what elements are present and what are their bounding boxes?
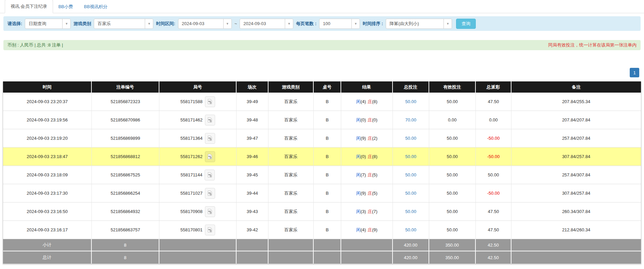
result-player-label: 闲 <box>356 191 361 196</box>
total-bet-link[interactable]: 70.00 <box>405 117 417 122</box>
page-size-select[interactable]: 100 ▼ <box>319 19 360 29</box>
result-player-label: 闲 <box>356 136 361 141</box>
video-replay-button[interactable] <box>205 225 215 235</box>
query-type-value: 日期查询 <box>25 19 62 28</box>
cell-payout: 47.50 <box>476 221 511 239</box>
total-bet-link[interactable]: 50.00 <box>405 99 417 104</box>
total-bet-link[interactable]: 50.00 <box>405 136 417 141</box>
cell-total-bet: 50.00 <box>393 166 429 184</box>
result-player-score: (0) <box>361 154 366 159</box>
result-player-label: 闲 <box>356 154 361 159</box>
chevron-down-icon: ▼ <box>443 19 452 28</box>
cell-result: 闲(0)庄(8) <box>341 148 393 166</box>
video-film-icon <box>207 190 213 196</box>
cell-payout: 47.50 <box>476 93 511 111</box>
subtotal-row: 小计 8 420.00 350.00 42.50 <box>3 239 641 251</box>
summary-empty-cell <box>159 251 237 264</box>
game-type-select[interactable]: 百家乐 ▼ <box>94 19 153 29</box>
table-row: 2024-09-03 23:19:56 521856870986 5581714… <box>3 111 641 129</box>
cell-bet-id: 521856870986 <box>92 111 159 129</box>
cell-table-no: B <box>314 203 341 221</box>
total-bet-link[interactable]: 50.00 <box>405 209 417 214</box>
cell-payout: 0.00 <box>476 111 511 129</box>
result-banker-score: (8) <box>372 154 378 159</box>
cell-time: 2024-09-03 23:20:37 <box>3 93 92 111</box>
total-bet-link[interactable]: 50.00 <box>405 154 417 159</box>
result-banker-label: 庄 <box>368 172 372 177</box>
result-player-score: (9) <box>361 136 366 141</box>
result-banker-score: (9) <box>372 227 378 232</box>
cell-round-id: 558170908 <box>159 203 237 221</box>
cell-time: 2024-09-03 23:19:20 <box>3 129 92 148</box>
chevron-down-icon: ▼ <box>351 19 360 28</box>
subtotal-label: 小计 <box>3 239 92 251</box>
cell-table-no: B <box>314 184 341 203</box>
date-to-value: 2024-09-03 <box>240 19 285 28</box>
time-sort-select[interactable]: 降冪(由大到小) ▼ <box>386 19 452 29</box>
video-film-icon <box>207 135 213 141</box>
cell-note: 307.84/257.84 <box>511 184 641 203</box>
video-replay-button[interactable] <box>205 115 215 126</box>
result-banker-label: 庄 <box>368 209 372 214</box>
cell-session: 39-45 <box>237 166 268 184</box>
time-sort-label: 时间排序 : <box>363 21 383 27</box>
cell-game-type: 百家乐 <box>268 166 314 184</box>
date-to-select[interactable]: 2024-09-03 ▼ <box>240 19 293 29</box>
column-header-total-bet: 总投注 <box>393 81 429 93</box>
tab-bb-video-points[interactable]: BB视讯积分 <box>79 0 113 13</box>
video-replay-button[interactable] <box>205 188 215 199</box>
cell-result: 闲(9)庄(2) <box>341 129 393 148</box>
cell-valid-bet: 0.00 <box>429 111 476 129</box>
video-film-icon <box>207 154 213 159</box>
cell-valid-bet: 50.00 <box>429 129 476 148</box>
summary-empty-cell <box>511 251 641 264</box>
cell-table-no: B <box>314 129 341 148</box>
video-replay-button[interactable] <box>205 96 215 107</box>
page-1-button[interactable]: 1 <box>630 68 639 77</box>
date-from-select[interactable]: 2024-09-03 ▼ <box>178 19 232 29</box>
tab-video-bet-records[interactable]: 视讯 会员下注纪录 <box>5 0 53 13</box>
cell-total-bet: 50.00 <box>393 221 429 239</box>
summary-empty-cell <box>268 239 314 251</box>
column-header-payout: 总派彩 <box>476 81 511 93</box>
video-film-icon <box>207 99 213 104</box>
video-replay-button[interactable] <box>205 206 215 217</box>
tab-bb-tips[interactable]: BB小费 <box>53 0 79 13</box>
search-button[interactable]: 查询 <box>456 19 476 29</box>
result-banker-score: (0) <box>372 117 378 122</box>
result-banker-score: (2) <box>372 136 378 141</box>
round-id-value: 558171262 <box>180 154 203 159</box>
column-header-note: 备注 <box>511 81 641 93</box>
cell-total-bet: 70.00 <box>393 111 429 129</box>
summary-empty-cell <box>314 239 341 251</box>
video-replay-button[interactable] <box>205 151 215 162</box>
query-type-select[interactable]: 日期查询 ▼ <box>25 19 71 29</box>
result-player-label: 闲 <box>356 227 361 232</box>
table-row: 2024-09-03 23:19:20 521856869899 5581713… <box>3 129 641 148</box>
cell-bet-id: 521856867525 <box>92 166 159 184</box>
time-range-label: 时间区间: <box>156 21 175 27</box>
cell-round-id: 558171027 <box>159 184 237 203</box>
cell-table-no: B <box>314 93 341 111</box>
cell-game-type: 百家乐 <box>268 184 314 203</box>
summary-empty-cell <box>341 239 393 251</box>
time-sort-value: 降冪(由大到小) <box>386 19 443 28</box>
cell-round-id: 558171588 <box>159 93 237 111</box>
grand-total-payout: 42.50 <box>476 251 511 264</box>
cell-valid-bet: 50.00 <box>429 93 476 111</box>
video-replay-button[interactable] <box>205 170 215 180</box>
cell-note: 257.84/207.84 <box>511 129 641 148</box>
column-header-game-type: 游戏类别 <box>268 81 314 93</box>
total-bet-link[interactable]: 50.00 <box>405 227 417 232</box>
grand-total-valid-bet: 350.00 <box>429 251 476 264</box>
result-player-label: 闲 <box>356 209 361 214</box>
total-bet-link[interactable]: 50.00 <box>405 172 417 177</box>
cell-table-no: B <box>314 166 341 184</box>
round-id-value: 558171364 <box>180 136 203 141</box>
result-player-label: 闲 <box>356 172 361 177</box>
total-bet-link[interactable]: 50.00 <box>405 191 417 196</box>
result-banker-score: (5) <box>372 172 378 177</box>
cell-note: 207.84/207.84 <box>511 111 641 129</box>
video-replay-button[interactable] <box>205 133 215 144</box>
subtotal-payout: 42.50 <box>476 239 511 251</box>
